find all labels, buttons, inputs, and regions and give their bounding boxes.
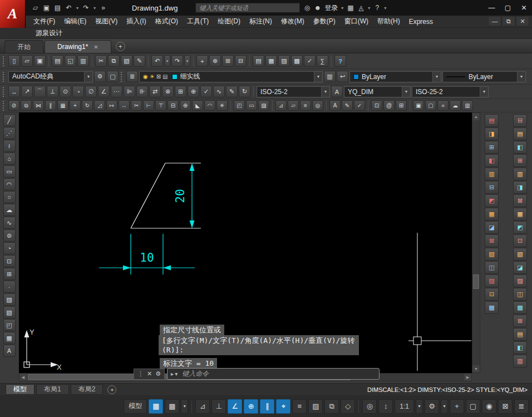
text-button[interactable]: A <box>329 100 341 111</box>
custom-tool-b12[interactable]: ◪ <box>513 261 527 274</box>
dim-inspect-button[interactable]: ✓ <box>200 86 212 97</box>
search-box[interactable]: 键入关键字或短语 <box>195 3 300 13</box>
customization-button[interactable]: ≣ <box>514 399 529 414</box>
dim-jog-line-button[interactable]: ∿ <box>213 86 225 97</box>
grid-display-button[interactable]: ▦ <box>149 399 163 414</box>
menu-view[interactable]: 视图(V) <box>91 16 122 28</box>
dim-baseline-button[interactable]: ⊫ <box>124 86 135 97</box>
ellipse-arc-button[interactable]: ◔ <box>3 242 16 254</box>
custom-tool-b2[interactable]: ▤ <box>513 127 527 140</box>
zoom-previous-button[interactable]: ⊟ <box>235 55 247 67</box>
undo-dropdown-icon[interactable]: ▾ <box>75 2 80 14</box>
quickcalc-button[interactable]: ∑ <box>317 55 328 67</box>
make-block-button[interactable]: ⊞ <box>3 268 16 280</box>
layer-combo[interactable]: ◉☀⊠▤ 细实线 ▾ <box>139 71 323 82</box>
new-drawing-button[interactable]: ▯ <box>8 55 20 67</box>
mirror-button[interactable]: ⋈ <box>33 100 44 111</box>
paste-button[interactable]: ▧ <box>121 55 132 67</box>
color-combo[interactable]: ByLayer ▾ <box>349 71 441 82</box>
custom-tool-a11[interactable]: ▧ <box>485 248 499 261</box>
area-button[interactable]: ▱ <box>288 100 299 111</box>
break-at-point-button[interactable]: ⊤ <box>155 100 166 111</box>
chevron-down-icon[interactable]: ▾ <box>321 87 329 97</box>
save-button[interactable]: ▣ <box>34 55 46 67</box>
menu-window[interactable]: 窗口(W) <box>340 16 373 28</box>
custom-tool-a2[interactable]: ◨ <box>485 127 499 140</box>
plot-preview-button[interactable]: ◱ <box>65 55 76 67</box>
selection-cycling-button[interactable]: ⧉ <box>324 399 339 414</box>
print-icon[interactable]: ▤ <box>52 2 63 14</box>
isolate-objects-button[interactable]: ◉ <box>482 399 496 414</box>
open-icon[interactable]: ▱ <box>30 2 41 14</box>
custom-tool-b5[interactable]: ▥ <box>513 168 527 180</box>
snap-dropdown-icon[interactable]: ▾ <box>181 399 188 414</box>
custom-tool-a14[interactable]: ⊡ <box>485 288 499 301</box>
redo-dropdown-icon[interactable]: ▾ <box>184 55 190 67</box>
undo-button[interactable]: ↶ <box>151 55 163 67</box>
quick-dimension-button[interactable]: ⋯ <box>111 86 122 97</box>
ellipse-button[interactable]: ⊜ <box>3 229 16 242</box>
ucs-display-icon[interactable]: ▢ <box>107 71 119 82</box>
object-snap-tracking-button[interactable]: ∥ <box>260 399 274 414</box>
snap-mode-button[interactable]: ▩ <box>165 399 179 414</box>
annotation-scale-button[interactable]: 1:1 <box>395 399 414 414</box>
layer-lock-icon[interactable]: ⊠ <box>156 73 161 80</box>
vertical-scroll-thumb[interactable] <box>473 274 479 289</box>
hatch-button[interactable]: ▨ <box>3 293 16 306</box>
designcenter-button[interactable]: ▦ <box>265 55 277 67</box>
menu-file[interactable]: 文件(F) <box>29 16 60 28</box>
search-input[interactable]: 键入关键字或短语 <box>199 4 248 12</box>
object-snap-button[interactable]: ⊕ <box>244 399 258 414</box>
layer-freeze-icon[interactable]: ☀ <box>150 73 155 80</box>
dim-break-button[interactable]: ⊗ <box>162 86 174 97</box>
explode-button[interactable]: ✳ <box>216 100 228 111</box>
custom-tool-a15[interactable]: ▩ <box>485 301 499 314</box>
layer-previous-icon[interactable]: ↩ <box>337 71 348 82</box>
properties-palette-button[interactable]: ▤ <box>253 55 264 67</box>
polygon-button[interactable]: ⌂ <box>3 153 16 165</box>
qat-more-icon[interactable]: » <box>98 2 109 14</box>
line-button[interactable]: ╱ <box>3 114 16 126</box>
close-button[interactable]: ✕ <box>516 0 532 16</box>
erase-button[interactable]: ⊘ <box>8 100 19 111</box>
signin-dropdown-icon[interactable]: ▾ <box>339 2 345 14</box>
exchange-apps-icon[interactable]: ▦ <box>345 2 356 14</box>
distance-button[interactable]: ⊿ <box>275 100 287 111</box>
custom-tool-a5[interactable]: ▥ <box>485 168 499 180</box>
custom-tool-b9[interactable]: ◩ <box>513 221 527 234</box>
dim-style-combo[interactable]: ISO-25-2 ▾ <box>257 86 330 97</box>
layout-tab-layout1[interactable]: 布局1 <box>36 384 69 395</box>
dim-arc-length-button[interactable]: ⌒ <box>34 86 46 97</box>
dock-grip-icon[interactable]: ⋮ <box>137 370 144 377</box>
rectangle-button[interactable]: ▭ <box>3 165 16 178</box>
construction-line-button[interactable]: ⋰ <box>3 127 16 139</box>
region-button[interactable]: ◰ <box>234 100 245 111</box>
custom-tool-a3[interactable]: ⊞ <box>485 141 499 154</box>
undo-icon[interactable]: ↶ <box>63 2 74 14</box>
dim-space-button[interactable]: ⇄ <box>149 86 161 97</box>
dynamic-input-button[interactable]: ⌖ <box>276 399 290 414</box>
custom-tool-a12[interactable]: ◫ <box>485 261 499 274</box>
scroll-right-icon[interactable]: ▶ <box>464 374 471 381</box>
markup-set-manager-button[interactable]: ✓ <box>304 55 316 67</box>
custom-tool-a7[interactable]: ◩ <box>485 194 499 207</box>
new-layout-button[interactable]: + <box>107 385 116 394</box>
workspace-settings-icon[interactable]: ⚙ <box>94 71 106 82</box>
scroll-down-icon[interactable]: ▼ <box>472 365 480 372</box>
maximize-button[interactable]: ▢ <box>500 0 516 16</box>
workspace-dropdown-icon[interactable]: ▾ <box>441 399 448 414</box>
custom-tool-b4[interactable]: ⊞ <box>513 154 527 167</box>
file-tab-start[interactable]: 开始 <box>4 40 43 53</box>
dim-angular-button[interactable]: ∠ <box>98 86 110 97</box>
locate-point-button[interactable]: ◎ <box>312 100 323 111</box>
menu-yuanquan[interactable]: 源泉设计 <box>31 27 67 40</box>
signin-label[interactable]: 登录 <box>323 2 339 14</box>
stretch-button[interactable]: ↦ <box>106 100 117 111</box>
custom-tool-a10[interactable]: ⊠ <box>485 234 499 247</box>
trim-button[interactable]: ✂ <box>131 100 142 111</box>
mtext-button[interactable]: A <box>3 345 16 357</box>
insert-block-button[interactable]: ⊞ <box>396 100 407 111</box>
layout-tab-layout2[interactable]: 布局2 <box>71 384 104 395</box>
hatch-edit-button[interactable]: ▨ <box>258 100 269 111</box>
table-button[interactable]: ▦ <box>3 332 16 344</box>
